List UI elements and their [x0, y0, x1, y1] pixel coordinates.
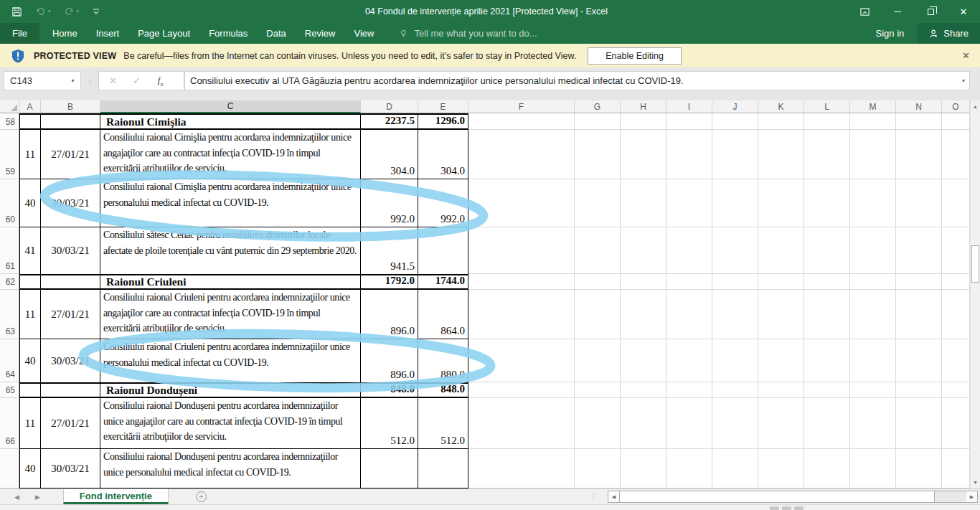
cell[interactable]	[758, 227, 804, 274]
cell[interactable]	[712, 274, 758, 290]
cell[interactable]: 512.0	[361, 398, 418, 449]
cell[interactable]: 27/01/21	[41, 130, 100, 179]
column-header-H[interactable]: H	[621, 100, 666, 113]
cell[interactable]	[712, 382, 758, 398]
cell[interactable]	[942, 130, 970, 179]
cell[interactable]: 30/03/21	[41, 339, 100, 382]
cell[interactable]: 512.0	[418, 398, 468, 449]
dismiss-bar-close-icon[interactable]: ✕	[962, 50, 970, 61]
cell[interactable]	[712, 130, 758, 179]
cell[interactable]	[850, 339, 896, 382]
cell[interactable]: Consiliului raional Cimişlia pentru acor…	[100, 130, 361, 179]
cell[interactable]: 880.0	[418, 339, 468, 382]
cell[interactable]	[712, 227, 758, 274]
cell[interactable]	[942, 179, 970, 227]
cell[interactable]	[850, 113, 896, 130]
cell[interactable]	[575, 179, 621, 227]
cell[interactable]	[896, 113, 942, 130]
cell[interactable]: Consiliului raional Criuleni pentru acor…	[100, 339, 361, 382]
tab-page-layout[interactable]: Page Layout	[128, 23, 199, 44]
sheet-tab-fond-interventie[interactable]: Fond intervenție	[63, 489, 169, 504]
cell[interactable]	[942, 290, 970, 339]
column-header-G[interactable]: G	[575, 100, 621, 113]
minimize-button[interactable]	[881, 0, 914, 23]
cell[interactable]	[621, 290, 666, 339]
cell[interactable]	[575, 398, 621, 449]
row-header[interactable]: 63	[0, 290, 19, 339]
cell[interactable]	[666, 382, 712, 398]
cell[interactable]	[804, 227, 850, 274]
cell[interactable]	[621, 449, 666, 488]
scroll-up-icon[interactable]: ▲	[971, 100, 980, 113]
column-header-C[interactable]: C	[100, 100, 361, 113]
cell[interactable]	[575, 449, 621, 488]
cell[interactable]: 40	[19, 339, 41, 382]
new-sheet-icon[interactable]: +	[196, 491, 207, 502]
view-page-break-button[interactable]	[794, 506, 804, 510]
cell[interactable]: 992.0	[361, 179, 418, 227]
cell[interactable]: 30/03/21	[41, 227, 100, 274]
cell[interactable]	[666, 227, 712, 274]
cell[interactable]	[942, 339, 970, 382]
cell[interactable]: 30/03/21	[41, 179, 100, 227]
cell[interactable]	[942, 398, 970, 449]
customize-qat-button[interactable]	[92, 7, 100, 16]
cell[interactable]: 304.0	[361, 130, 418, 179]
cell[interactable]	[804, 339, 850, 382]
cell[interactable]: 896.0	[361, 290, 418, 339]
cell[interactable]: Consiliului raional Dondușeni pentru aco…	[100, 398, 361, 449]
row-header[interactable]: 62	[0, 274, 19, 290]
vertical-scroll-track[interactable]	[971, 113, 980, 476]
cell[interactable]	[758, 130, 804, 179]
cell[interactable]	[758, 290, 804, 339]
cell[interactable]	[712, 290, 758, 339]
cell[interactable]: 30/03/21	[41, 449, 100, 488]
scroll-right-icon[interactable]: ▶	[966, 491, 977, 502]
cell[interactable]	[804, 449, 850, 488]
cell[interactable]	[942, 227, 970, 274]
cell[interactable]: 896.0	[361, 339, 418, 382]
horizontal-scroll-thumb[interactable]	[619, 491, 935, 502]
cell[interactable]	[41, 113, 100, 130]
column-header-O[interactable]: O	[942, 100, 970, 113]
cell[interactable]	[804, 398, 850, 449]
cell[interactable]	[942, 382, 970, 398]
cell[interactable]: Raionul Cimişlia	[100, 113, 361, 130]
vertical-scrollbar[interactable]: ▲ ▼	[970, 100, 980, 488]
view-page-layout-button[interactable]	[782, 506, 791, 510]
cell[interactable]: Consiliului raional Cimişlia pentru acor…	[100, 179, 361, 227]
cell[interactable]	[621, 339, 666, 382]
cell[interactable]: 941.5	[361, 227, 418, 274]
tab-view[interactable]: View	[344, 23, 383, 44]
cell[interactable]: 992.0	[418, 179, 468, 227]
cell[interactable]	[468, 274, 575, 290]
cell[interactable]	[942, 274, 970, 290]
cell[interactable]	[712, 398, 758, 449]
cell[interactable]	[575, 339, 621, 382]
tell-me-box[interactable]: Tell me what you want to do...	[399, 28, 537, 39]
cell[interactable]	[804, 290, 850, 339]
cell[interactable]	[758, 449, 804, 488]
cell[interactable]: 40	[19, 449, 41, 488]
cell[interactable]	[575, 130, 621, 179]
cell[interactable]: Raionul Criuleni	[100, 274, 361, 290]
row-header[interactable]: 66	[0, 398, 19, 449]
column-header-B[interactable]: B	[41, 100, 100, 113]
cell[interactable]: 304.0	[418, 130, 468, 179]
name-box-dropdown-icon[interactable]: ▼	[70, 78, 80, 83]
cell[interactable]	[758, 113, 804, 130]
cell[interactable]	[850, 274, 896, 290]
scroll-left-icon[interactable]: ◀	[608, 491, 619, 502]
cell[interactable]: Consiliului raional Criuleni pentru acor…	[100, 290, 361, 339]
cell[interactable]	[468, 130, 575, 179]
cell[interactable]	[850, 382, 896, 398]
cell[interactable]: 27/01/21	[41, 398, 100, 449]
cell[interactable]	[19, 382, 41, 398]
cell[interactable]	[666, 274, 712, 290]
cell[interactable]	[896, 290, 942, 339]
cell[interactable]: 11	[19, 398, 41, 449]
column-header-D[interactable]: D	[361, 100, 418, 113]
cell[interactable]	[19, 113, 41, 130]
scroll-down-icon[interactable]: ▼	[971, 476, 980, 488]
horizontal-scrollbar[interactable]: ◀ ▶	[608, 491, 978, 503]
